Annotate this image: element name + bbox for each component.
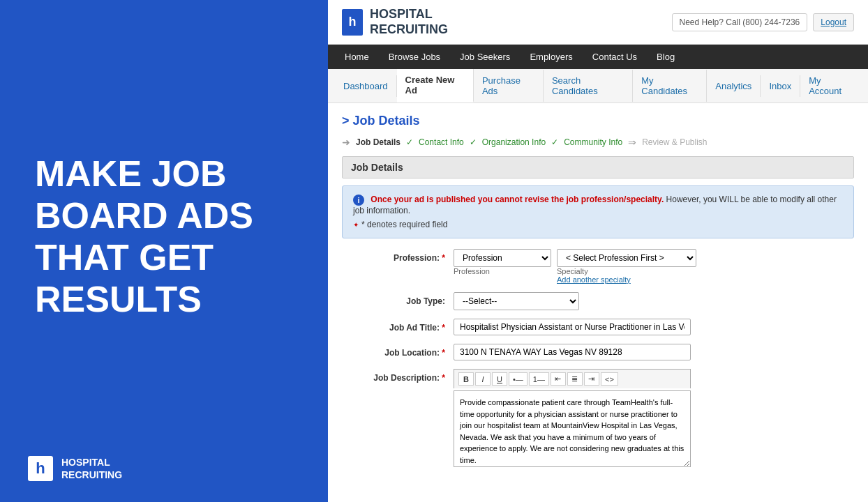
- job-type-row: Job Type: --Select--: [342, 292, 854, 310]
- left-logo: h HOSPITAL RECRUITING: [28, 456, 122, 481]
- subnav-search-candidates[interactable]: Search Candidates: [544, 70, 633, 102]
- toolbar-underline[interactable]: U: [492, 372, 507, 386]
- step-review-publish: Review & Publish: [642, 137, 707, 147]
- section-box: Job Details: [342, 156, 854, 178]
- toolbar-align-right[interactable]: ⇥: [584, 372, 599, 386]
- required-diamond: ✦: [353, 221, 359, 229]
- subnav-analytics[interactable]: Analytics: [707, 75, 761, 97]
- job-location-label: Job Location: *: [342, 344, 454, 358]
- toolbar-align-center[interactable]: ≣: [567, 372, 583, 386]
- specialty-sub-label: Specialty: [557, 267, 696, 275]
- job-location-input[interactable]: [454, 344, 691, 360]
- profession-row: Profession: * Profession Profession < Se…: [342, 249, 854, 284]
- subnav-my-candidates[interactable]: My Candidates: [633, 70, 707, 102]
- job-title-label: Job Ad Title: *: [342, 319, 454, 333]
- nav-job-seekers[interactable]: Job Seekers: [450, 45, 520, 69]
- job-desc-label: Job Description: *: [342, 369, 454, 383]
- job-type-select[interactable]: --Select--: [454, 292, 579, 310]
- profession-control-area: Profession Profession < Select Professio…: [454, 249, 854, 284]
- job-desc-textarea[interactable]: [454, 390, 691, 467]
- job-location-row: Job Location: *: [342, 344, 854, 360]
- right-panel: h HOSPITAL RECRUITING Need Help? Call (8…: [328, 0, 868, 502]
- step-contact-info: Contact Info: [419, 137, 464, 147]
- site-logo: h HOSPITAL RECRUITING: [342, 7, 448, 37]
- required-star-title: *: [442, 323, 445, 333]
- toolbar-source[interactable]: <>: [601, 372, 618, 386]
- toolbar-align-left[interactable]: ⇤: [551, 372, 566, 386]
- logout-button[interactable]: Logout: [813, 13, 854, 31]
- desc-toolbar: B I U •— 1— ⇤ ≣ ⇥ <>: [454, 369, 691, 388]
- step-job-details: Job Details: [356, 137, 401, 147]
- sub-nav: Dashboard Create New Ad Purchase Ads Sea…: [328, 69, 868, 103]
- step-check-4: ✓: [551, 137, 558, 147]
- left-logo-icon: h: [28, 456, 53, 481]
- step-arrow-5: ⇒: [628, 137, 636, 148]
- help-text: Need Help? Call (800) 244-7236: [672, 13, 808, 31]
- subnav-create-new-ad[interactable]: Create New Ad: [397, 69, 474, 102]
- job-type-control-area: --Select--: [454, 292, 854, 310]
- step-arrow-1: ➜: [342, 137, 350, 148]
- subnav-my-account[interactable]: My Account: [800, 70, 861, 102]
- toolbar-bold[interactable]: B: [458, 372, 474, 386]
- nav-blog[interactable]: Blog: [647, 45, 684, 69]
- required-star-profession: *: [442, 253, 445, 263]
- main-nav: Home Browse Jobs Job Seekers Employers C…: [328, 45, 868, 69]
- job-desc-control-area: B I U •— 1— ⇤ ≣ ⇥ <>: [454, 369, 854, 467]
- site-logo-text: HOSPITAL RECRUITING: [370, 7, 448, 37]
- job-title-control-area: [454, 319, 854, 335]
- tagline: Make Job Board Ads That Get Results: [35, 153, 293, 320]
- step-check-3: ✓: [470, 137, 477, 147]
- site-logo-icon: h: [342, 9, 363, 36]
- profession-select[interactable]: Profession: [454, 249, 551, 267]
- subnav-dashboard[interactable]: Dashboard: [335, 75, 397, 97]
- required-star-location: *: [442, 348, 445, 358]
- job-type-label: Job Type:: [342, 292, 454, 306]
- steps-bar: ➜ Job Details ✓ Contact Info ✓ Organizat…: [342, 137, 854, 148]
- nav-contact-us[interactable]: Contact Us: [583, 45, 647, 69]
- info-message: i Once your ad is published you cannot r…: [353, 195, 843, 215]
- left-logo-text: HOSPITAL RECRUITING: [61, 456, 122, 481]
- job-title-row: Job Ad Title: *: [342, 319, 854, 335]
- add-specialty-link[interactable]: Add another specialty: [557, 275, 696, 284]
- nav-employers[interactable]: Employers: [520, 45, 582, 69]
- info-icon: i: [353, 195, 364, 206]
- subnav-inbox[interactable]: Inbox: [761, 75, 800, 97]
- nav-home[interactable]: Home: [335, 45, 379, 69]
- step-org-info: Organization Info: [482, 137, 546, 147]
- specialty-select-wrap: < Select Profession First > Specialty Ad…: [557, 249, 696, 284]
- job-title-input[interactable]: [454, 319, 691, 335]
- page-title: > Job Details: [342, 114, 854, 128]
- info-box: i Once your ad is published you cannot r…: [342, 185, 854, 238]
- step-community-info: Community Info: [564, 137, 622, 147]
- specialty-select[interactable]: < Select Profession First >: [557, 249, 696, 267]
- job-desc-row: Job Description: * B I U •— 1— ⇤ ≣ ⇥ <>: [342, 369, 854, 467]
- profession-label: Profession: *: [342, 249, 454, 263]
- step-check-2: ✓: [406, 137, 413, 147]
- left-panel: Make Job Board Ads That Get Results h HO…: [0, 0, 328, 502]
- nav-browse-jobs[interactable]: Browse Jobs: [379, 45, 450, 69]
- profession-select-wrap: Profession Profession: [454, 249, 551, 275]
- info-message-text: Once your ad is published you cannot rev…: [353, 195, 837, 215]
- header-right: Need Help? Call (800) 244-7236 Logout: [672, 13, 854, 31]
- job-location-control-area: [454, 344, 854, 360]
- required-star-desc: *: [442, 373, 445, 383]
- profession-sub-label: Profession: [454, 267, 551, 275]
- site-header: h HOSPITAL RECRUITING Need Help? Call (8…: [328, 0, 868, 45]
- profession-inputs: Profession Profession < Select Professio…: [454, 249, 854, 284]
- toolbar-ul[interactable]: •—: [509, 372, 527, 386]
- required-note: ✦ * denotes required field: [353, 220, 843, 229]
- toolbar-ol[interactable]: 1—: [529, 372, 549, 386]
- subnav-purchase-ads[interactable]: Purchase Ads: [474, 70, 544, 102]
- content-area: > Job Details ➜ Job Details ✓ Contact In…: [328, 103, 868, 502]
- toolbar-italic[interactable]: I: [475, 372, 491, 386]
